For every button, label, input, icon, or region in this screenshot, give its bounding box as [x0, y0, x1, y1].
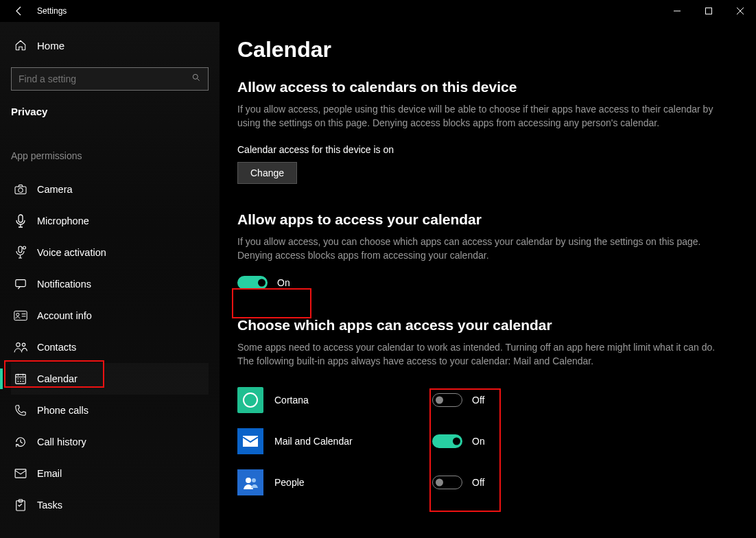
sidebar-item-call-history[interactable]: Call history: [11, 426, 209, 458]
microphone-icon: [14, 214, 27, 228]
svg-point-18: [252, 478, 256, 482]
minimize-button[interactable]: [661, 0, 693, 22]
sidebar-item-label: Account info: [37, 310, 92, 321]
account-info-icon: [14, 310, 27, 321]
app-access-toggle[interactable]: [237, 276, 268, 290]
svg-rect-8: [14, 311, 27, 320]
sidebar: Home Privacy App permissions Camera Micr…: [0, 22, 220, 538]
sidebar-item-label: Notifications: [37, 279, 91, 290]
device-access-status: Calendar access for this device is on: [237, 144, 756, 155]
app-toggle-label: Off: [472, 395, 484, 406]
svg-point-10: [16, 343, 20, 347]
sidebar-item-notifications[interactable]: Notifications: [11, 268, 209, 300]
sidebar-item-label: Tasks: [37, 500, 62, 511]
sidebar-item-tasks[interactable]: Tasks: [11, 489, 209, 521]
camera-icon: [14, 184, 27, 195]
app-row-cortana: Cortana Off: [237, 379, 756, 421]
device-access-heading: Allow access to calendars on this device: [237, 79, 756, 95]
sidebar-item-voice-activation[interactable]: Voice activation: [11, 237, 209, 268]
phone-icon: [14, 404, 27, 417]
app-toggle-label: Off: [472, 477, 484, 488]
page-title: Calendar: [237, 37, 756, 62]
app-name: People: [274, 477, 432, 488]
app-toggle-people[interactable]: [432, 476, 462, 489]
nav-section-header: Privacy: [11, 106, 209, 117]
sidebar-item-label: Phone calls: [37, 405, 88, 416]
svg-rect-5: [19, 246, 22, 253]
sidebar-item-camera[interactable]: Camera: [11, 174, 209, 205]
highlight-box: [232, 288, 311, 318]
main-content: Calendar Allow access to calendars on th…: [220, 22, 756, 538]
sidebar-item-email[interactable]: Email: [11, 458, 209, 489]
close-button[interactable]: [724, 0, 756, 22]
sidebar-item-contacts[interactable]: Contacts: [11, 331, 209, 363]
voice-activation-icon: [14, 246, 27, 259]
nav-group-label: App permissions: [11, 150, 209, 161]
sidebar-item-phone-calls[interactable]: Phone calls: [11, 395, 209, 426]
search-icon: [191, 73, 201, 85]
tasks-icon: [14, 499, 27, 511]
app-toggle-mail-calendar[interactable]: [432, 434, 462, 448]
choose-apps-desc: Some apps need to access your calendar t…: [237, 340, 718, 369]
back-button[interactable]: [5, 0, 33, 22]
sidebar-item-account-info[interactable]: Account info: [11, 300, 209, 331]
sidebar-item-label: Calendar: [37, 373, 78, 384]
svg-point-6: [23, 246, 26, 249]
search-field[interactable]: [19, 73, 191, 84]
svg-point-9: [16, 313, 19, 316]
svg-rect-0: [706, 8, 712, 14]
svg-rect-4: [19, 215, 23, 222]
app-access-heading: Allow apps to access your calendar: [237, 211, 756, 228]
sidebar-item-label: Email: [37, 468, 62, 479]
sidebar-item-calendar[interactable]: Calendar: [11, 363, 209, 395]
svg-point-3: [19, 188, 23, 192]
app-name: Mail and Calendar: [274, 436, 432, 447]
choose-apps-heading: Choose which apps can access your calend…: [237, 317, 756, 334]
people-icon: [237, 469, 263, 495]
sidebar-item-label: Call history: [37, 436, 86, 447]
nav-home-label: Home: [37, 40, 64, 51]
app-row-mail-calendar: Mail and Calendar On: [237, 421, 756, 462]
svg-rect-7: [16, 280, 25, 287]
mail-calendar-icon: [237, 428, 263, 454]
sidebar-item-label: Contacts: [37, 342, 76, 353]
email-icon: [14, 469, 27, 478]
nav-home[interactable]: Home: [11, 30, 209, 60]
contacts-icon: [14, 341, 27, 353]
app-toggle-label: On: [472, 436, 485, 447]
app-row-people: People Off: [237, 462, 756, 503]
call-history-icon: [14, 436, 27, 448]
change-button[interactable]: Change: [237, 162, 297, 184]
app-access-desc: If you allow access, you can choose whic…: [237, 235, 718, 263]
search-input[interactable]: [11, 67, 209, 91]
sidebar-item-label: Microphone: [37, 215, 89, 226]
sidebar-item-label: Voice activation: [37, 247, 106, 258]
svg-point-17: [246, 478, 251, 483]
cortana-icon: [237, 387, 263, 413]
sidebar-item-microphone[interactable]: Microphone: [11, 205, 209, 237]
home-icon: [14, 39, 27, 51]
app-access-toggle-label: On: [277, 277, 290, 288]
sidebar-item-label: Camera: [37, 184, 73, 195]
maximize-button[interactable]: [693, 0, 724, 22]
svg-rect-13: [15, 469, 26, 478]
app-toggle-cortana[interactable]: [432, 393, 462, 407]
notifications-icon: [14, 278, 27, 290]
calendar-icon: [14, 373, 27, 385]
app-name: Cortana: [274, 395, 432, 406]
svg-point-1: [193, 74, 198, 79]
window-title: Settings: [37, 6, 67, 16]
svg-point-11: [22, 343, 25, 347]
device-access-desc: If you allow access, people using this d…: [237, 102, 718, 130]
